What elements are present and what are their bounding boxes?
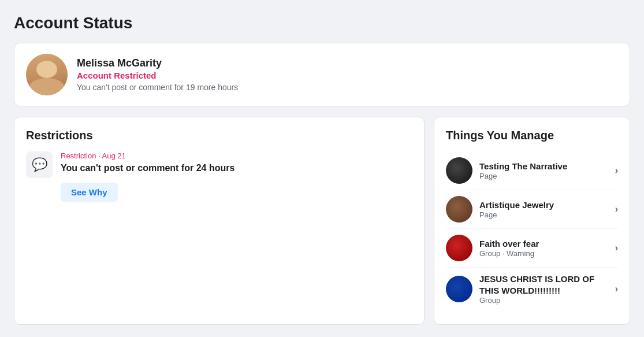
account-status: Account Restricted — [77, 71, 238, 80]
page-title: Account Status — [14, 14, 630, 32]
account-message: You can't post or comment for 19 more ho… — [77, 83, 238, 92]
managed-info-artistique: Artistique Jewelry Page — [479, 199, 608, 220]
account-name: Melissa McGarity — [77, 57, 238, 69]
restriction-icon: 💬 — [26, 151, 53, 178]
managed-item-jesus[interactable]: JESUS CHRIST IS LORD OF THIS WORLD!!!!!!… — [446, 268, 618, 310]
managed-avatar-faith — [446, 235, 472, 261]
managed-info-faith: Faith over fear Group · Warning — [479, 238, 608, 258]
managed-title: Things You Manage — [446, 129, 618, 142]
restrictions-title: Restrictions — [26, 129, 412, 142]
restriction-text: You can't post or comment for 24 hours — [61, 162, 234, 175]
restriction-label: Restriction · Aug 21 — [61, 151, 412, 160]
managed-name-testing: Testing The Narrative — [479, 161, 608, 172]
managed-sub-jesus: Group — [479, 296, 608, 305]
managed-sub-artistique: Page — [479, 210, 608, 219]
restriction-content: Restriction · Aug 21 You can't post or c… — [61, 151, 412, 202]
managed-info-jesus: JESUS CHRIST IS LORD OF THIS WORLD!!!!!!… — [479, 273, 608, 305]
managed-name-artistique: Artistique Jewelry — [479, 199, 608, 211]
restriction-item: 💬 Restriction · Aug 21 You can't post or… — [26, 151, 412, 202]
see-why-button[interactable]: See Why — [61, 183, 118, 202]
managed-panel: Things You Manage Testing The Narrative … — [434, 117, 630, 325]
managed-sub-testing: Page — [479, 172, 608, 180]
managed-item-faith[interactable]: Faith over fear Group · Warning › — [446, 229, 618, 268]
managed-name-faith: Faith over fear — [479, 238, 608, 250]
managed-name-jesus: JESUS CHRIST IS LORD OF THIS WORLD!!!!!!… — [479, 273, 608, 296]
managed-item-testing-narrative[interactable]: Testing The Narrative Page › — [446, 151, 618, 190]
account-info: Melissa McGarity Account Restricted You … — [77, 57, 238, 92]
managed-sub-faith: Group · Warning — [479, 249, 608, 258]
restrictions-panel: Restrictions 💬 Restriction · Aug 21 You … — [14, 117, 425, 325]
chevron-icon-jesus: › — [615, 284, 618, 294]
managed-item-artistique[interactable]: Artistique Jewelry Page › — [446, 190, 618, 229]
managed-avatar-artistique — [446, 196, 472, 223]
managed-avatar-jesus — [446, 276, 472, 302]
managed-avatar-testing — [446, 157, 472, 184]
chevron-icon-testing: › — [615, 165, 618, 176]
restriction-row: You can't post or comment for 24 hours — [61, 162, 412, 175]
user-avatar — [26, 54, 68, 95]
managed-info-testing: Testing The Narrative Page — [479, 161, 608, 181]
chevron-icon-faith: › — [615, 243, 618, 253]
chevron-icon-artistique: › — [615, 204, 618, 214]
account-card: Melissa McGarity Account Restricted You … — [14, 43, 630, 106]
two-column-layout: Restrictions 💬 Restriction · Aug 21 You … — [14, 117, 630, 325]
